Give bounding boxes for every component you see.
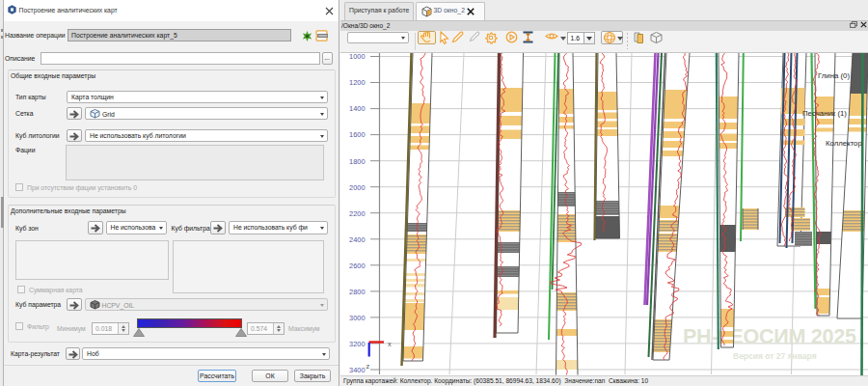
svg-text:1400: 1400: [349, 104, 365, 113]
svg-text:1200: 1200: [349, 78, 365, 87]
svg-text:2000: 2000: [349, 183, 365, 192]
svg-text:z: z: [366, 362, 370, 371]
svg-text:3200: 3200: [349, 340, 365, 348]
svg-text:2400: 2400: [349, 235, 365, 244]
svg-text:Глина (0): Глина (0): [818, 71, 850, 80]
svg-text:3400: 3400: [349, 366, 365, 374]
svg-text:2600: 2600: [349, 262, 365, 270]
svg-text:Версия от 27 января: Версия от 27 января: [733, 351, 817, 361]
svg-text:Песчаник (1): Песчаник (1): [802, 109, 847, 118]
svg-text:1800: 1800: [349, 157, 365, 166]
svg-text:3000: 3000: [349, 314, 365, 322]
svg-text:x: x: [388, 340, 392, 348]
svg-text:2200: 2200: [349, 209, 365, 218]
svg-text:2800: 2800: [349, 288, 365, 296]
svg-text:Коллектор: Коллектор: [826, 139, 862, 148]
svg-text:1000: 1000: [349, 53, 365, 61]
svg-text:РН-ГЕОСИМ 2025: РН-ГЕОСИМ 2025: [683, 325, 856, 348]
svg-text:1600: 1600: [349, 130, 365, 139]
